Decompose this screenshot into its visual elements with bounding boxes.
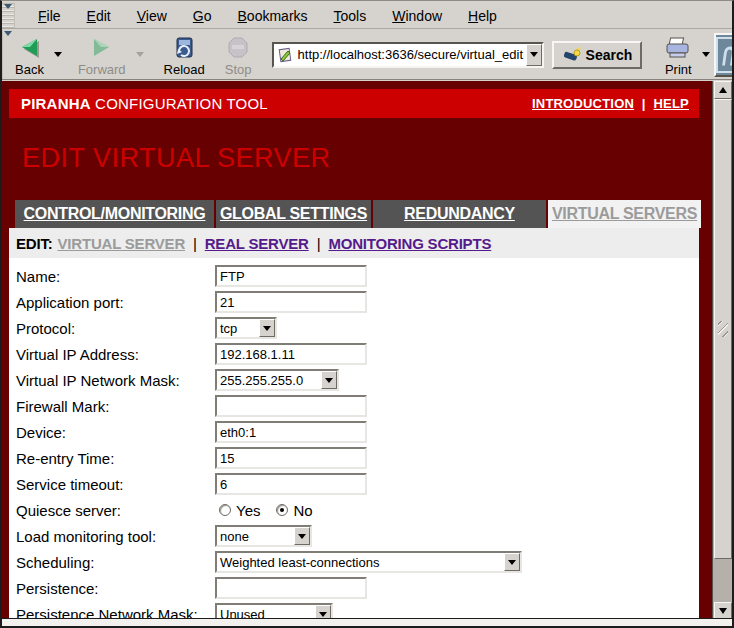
firewall-mark-label: Firewall Mark: [16, 398, 215, 415]
device-label: Device: [16, 424, 215, 441]
back-icon [15, 34, 43, 62]
form-row: Load monitoring tool: none [9, 523, 699, 549]
quiesce-server-label: Quiesce server: [16, 502, 215, 519]
menu-view[interactable]: View [124, 5, 180, 27]
window-bottom-edge [2, 618, 732, 626]
name-input[interactable] [215, 265, 367, 287]
navigation-toolbar: Back Forward [2, 30, 732, 80]
form-row: Device: [9, 419, 699, 445]
chevron-down-icon[interactable] [504, 553, 520, 571]
persistence-input[interactable] [215, 577, 367, 599]
search-button[interactable]: Search [552, 41, 643, 69]
virtual-server-form: Name: Application port: Protocol: tcp Vi… [9, 258, 699, 620]
menu-edit[interactable]: Edit [74, 5, 124, 27]
subnav-virtual-server-link[interactable]: VIRTUAL SERVER [58, 235, 186, 252]
scroll-up-icon[interactable] [714, 81, 732, 99]
forward-button[interactable]: Forward [72, 32, 132, 78]
stop-label: Stop [225, 62, 252, 77]
form-row: Scheduling: Weighted least-connections [9, 549, 699, 575]
form-row: Quiesce server: Yes No [9, 497, 699, 523]
chevron-down-icon[interactable] [259, 319, 275, 337]
mozilla-logo-button[interactable] [714, 33, 734, 77]
virtual-ip-netmask-select[interactable]: 255.255.255.0 [215, 369, 339, 391]
reentry-time-label: Re-entry Time: [16, 450, 215, 467]
quiesce-yes-label: Yes [236, 502, 260, 519]
quiesce-no-radio[interactable] [276, 504, 288, 516]
load-monitoring-select[interactable]: none [215, 525, 312, 547]
toolbar-grip[interactable] [2, 30, 3, 79]
service-timeout-input[interactable] [215, 473, 367, 495]
menu-items: File Edit View Go Bookmarks Tools Window… [15, 3, 510, 28]
scheduling-value: Weighted least-connections [217, 555, 504, 570]
stop-icon [226, 34, 250, 62]
form-row: Re-entry Time: [9, 445, 699, 471]
mozilla-logo-icon [716, 37, 734, 73]
menu-bookmarks[interactable]: Bookmarks [225, 5, 321, 27]
brand-strong: PIRANHA [21, 95, 91, 112]
forward-icon [88, 34, 116, 62]
menu-file[interactable]: File [25, 5, 74, 27]
form-row: Service timeout: [9, 471, 699, 497]
tab-virtual-servers[interactable]: VIRTUAL SERVERS [548, 200, 701, 228]
form-row: Protocol: tcp [9, 315, 699, 341]
print-label: Print [665, 62, 692, 77]
menu-go[interactable]: Go [180, 5, 225, 27]
url-bar[interactable]: http://localhost:3636/secure/virtual_edi… [272, 42, 544, 68]
form-row: Application port: [9, 289, 699, 315]
subnav-prefix: EDIT: [16, 235, 53, 252]
brand-rest: CONFIGURATION TOOL [91, 95, 268, 112]
reload-icon [172, 34, 196, 62]
firewall-mark-input[interactable] [215, 395, 367, 417]
subnav-separator: | [317, 235, 321, 252]
chevron-down-icon[interactable] [321, 371, 337, 389]
bookmark-icon[interactable] [274, 47, 296, 63]
tab-redundancy[interactable]: REDUNDANCY [373, 200, 546, 228]
back-button[interactable]: Back [9, 32, 50, 78]
piranha-header-bar: PIRANHA CONFIGURATION TOOL INTRODUCTION … [9, 89, 699, 118]
url-history-dropdown-icon[interactable] [526, 44, 542, 66]
form-row: Virtual IP Address: [9, 341, 699, 367]
quiesce-yes-radio[interactable] [219, 504, 231, 516]
virtual-ip-input[interactable] [215, 343, 367, 365]
device-input[interactable] [215, 421, 367, 443]
chevron-down-icon[interactable] [294, 527, 310, 545]
back-dropdown-icon[interactable] [54, 52, 62, 57]
reentry-time-input[interactable] [215, 447, 367, 469]
virtual-ip-label: Virtual IP Address: [16, 346, 215, 363]
tab-control-monitoring[interactable]: CONTROL/MONITORING [15, 200, 214, 228]
menu-help[interactable]: Help [455, 5, 510, 27]
edit-subnav: EDIT: VIRTUAL SERVER | REAL SERVER | MON… [9, 228, 699, 258]
form-row: Persistence: [9, 575, 699, 601]
page-viewport: PIRANHA CONFIGURATION TOOL INTRODUCTION … [2, 81, 712, 620]
subnav-monitoring-scripts-link[interactable]: MONITORING SCRIPTS [328, 235, 491, 252]
reload-button[interactable]: Reload [158, 30, 211, 79]
search-label: Search [586, 47, 633, 63]
help-link[interactable]: HELP [654, 96, 689, 111]
scheduling-select[interactable]: Weighted least-connections [215, 551, 522, 573]
print-button[interactable]: Print [658, 32, 698, 78]
thumb-grip [718, 321, 728, 337]
virtual-ip-netmask-label: Virtual IP Network Mask: [16, 372, 215, 389]
subnav-real-server-link[interactable]: REAL SERVER [205, 235, 309, 252]
vertical-scrollbar[interactable] [712, 81, 732, 620]
menubar-grip[interactable] [2, 3, 15, 28]
scrollbar-thumb[interactable] [714, 99, 732, 559]
menu-window[interactable]: Window [379, 5, 455, 27]
application-port-input[interactable] [215, 291, 367, 313]
tab-global-settings[interactable]: GLOBAL SETTINGS [216, 200, 371, 228]
protocol-select[interactable]: tcp [215, 317, 277, 339]
print-icon [664, 34, 692, 62]
forward-dropdown-icon[interactable] [136, 52, 144, 57]
introduction-link[interactable]: INTRODUCTION [532, 96, 634, 111]
reload-label: Reload [164, 62, 205, 77]
search-icon [562, 47, 582, 63]
scheduling-label: Scheduling: [16, 554, 215, 571]
header-links: INTRODUCTION | HELP [532, 96, 689, 111]
page-title: EDIT VIRTUAL SERVER [22, 143, 331, 174]
application-port-label: Application port: [16, 294, 215, 311]
print-dropdown-icon[interactable] [702, 52, 710, 57]
menu-tools[interactable]: Tools [321, 5, 380, 27]
url-text[interactable]: http://localhost:3636/secure/virtual_edi… [296, 47, 526, 62]
service-timeout-label: Service timeout: [16, 476, 215, 493]
stop-button[interactable]: Stop [219, 30, 258, 79]
